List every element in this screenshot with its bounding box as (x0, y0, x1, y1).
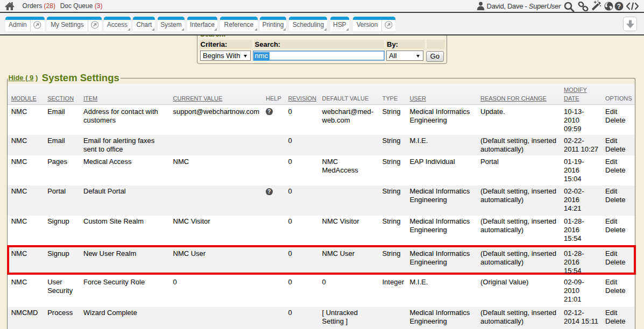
svg-text:?: ? (617, 3, 621, 10)
